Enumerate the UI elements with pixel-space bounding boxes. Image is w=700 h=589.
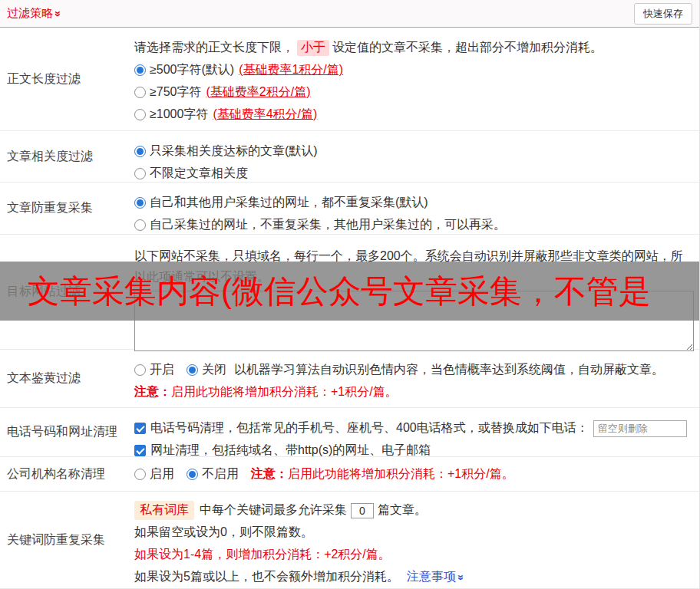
option-label: 启用 bbox=[150, 466, 174, 482]
notice-link[interactable]: 注意事项 bbox=[407, 569, 456, 585]
section-label: 目标网站过滤 bbox=[0, 235, 134, 349]
option-label: ≥1000字符 bbox=[150, 107, 208, 123]
option-label: 不启用 bbox=[202, 466, 239, 482]
option-label: ≥750字符 bbox=[150, 84, 201, 100]
body-length-intro: 请选择需求的正文长度下限， 小于 设定值的文章不采集，超出部分不增加积分消耗。 bbox=[134, 37, 694, 59]
note-prefix: 注意： bbox=[134, 384, 171, 400]
checkbox-checked-icon bbox=[134, 445, 146, 456]
private-lexicon-badge: 私有词库 bbox=[134, 501, 194, 520]
keyword-rule-1-4: 如果设为1-4篇，则增加积分消耗：+2积分/篇。 bbox=[134, 544, 694, 566]
keyword-limit-text-end: 篇文章。 bbox=[378, 502, 427, 518]
checkbox-checked-icon bbox=[134, 423, 146, 434]
section-body-length: 正文长度过滤 请选择需求的正文长度下限， 小于 设定值的文章不采集，超出部分不增… bbox=[0, 28, 699, 131]
radio-checked-icon bbox=[187, 364, 198, 376]
option-label: 自己采集过的网址，不重复采集，其他用户采集过的，可以再采。 bbox=[150, 217, 506, 233]
option-label: 开启 bbox=[150, 362, 174, 378]
quick-save-button[interactable]: 快速保存 bbox=[634, 3, 692, 25]
option-label: 只采集相关度达标的文章(默认) bbox=[150, 143, 318, 160]
radio-icon bbox=[134, 364, 146, 376]
radio-option-1000-chars[interactable]: ≥1000字符 (基础费率4积分/篇) bbox=[134, 104, 694, 126]
option-rate-note: (基础费率2积分/篇) bbox=[206, 84, 310, 100]
checkbox-phone-cleaning[interactable]: 电话号码清理，包括常见的手机号、座机号、400电话格式，或替换成如下电话： bbox=[134, 420, 589, 436]
radio-option-relevance-required[interactable]: 只采集相关度达标的文章(默认) bbox=[134, 140, 694, 163]
target-site-description: 以下网站不采集，只填域名，每行一个，最多200个。系统会自动识别并屏蔽那些非文章… bbox=[134, 245, 694, 287]
checkbox-label: 电话号码清理，包括常见的手机号、座机号、400电话格式，或替换成如下电话： bbox=[150, 420, 589, 436]
radio-option-dedup-all-users[interactable]: 自己和其他用户采集过的网址，都不重复采集(默认) bbox=[134, 192, 694, 214]
radio-option-porn-on[interactable]: 开启 bbox=[134, 362, 174, 378]
section-label: 电话号码和网址清理 bbox=[0, 408, 134, 456]
option-label: 自己和其他用户采集过的网址，都不重复采集(默认) bbox=[150, 195, 428, 211]
section-phone-url: 电话号码和网址清理 电话号码清理，包括常见的手机号、座机号、400电话格式，或替… bbox=[0, 408, 699, 457]
option-label: ≥500字符(默认) bbox=[150, 62, 234, 78]
checkbox-label: 网址清理，包括纯域名、带http(s)的网址、电子邮箱 bbox=[150, 443, 431, 459]
section-label: 正文长度过滤 bbox=[0, 28, 134, 130]
radio-option-company-off[interactable]: 不启用 bbox=[187, 466, 239, 482]
porn-filter-cost-note: 注意： 启用此功能将增加积分消耗：+1积分/篇。 bbox=[134, 381, 694, 403]
option-rate-note: (基础费率4积分/篇) bbox=[213, 107, 317, 123]
section-porn-filter: 文本鉴黄过滤 开启 关闭 以机器学习算法自动识别色情内容，当色情概率达到系统阈值… bbox=[0, 350, 699, 408]
radio-option-500-chars[interactable]: ≥500字符(默认) (基础费率1积分/篇) bbox=[134, 59, 694, 81]
blocked-sites-textarea[interactable] bbox=[134, 291, 694, 351]
section-dedup: 文章防重复采集 自己和其他用户采集过的网址，都不重复采集(默认) 自己采集过的网… bbox=[0, 183, 699, 235]
radio-option-dedup-self-only[interactable]: 自己采集过的网址，不重复采集，其他用户采集过的，可以再采。 bbox=[134, 214, 694, 236]
intro-text-pre: 请选择需求的正文长度下限， bbox=[134, 40, 294, 56]
intro-text-post: 设定值的文章不采集，超出部分不增加积分消耗。 bbox=[332, 40, 603, 56]
section-keyword-dedup: 关键词防重复采集 私有词库 中每个关键词最多允许采集 篇文章。 如果留空或设为0… bbox=[0, 492, 699, 589]
section-label: 文本鉴黄过滤 bbox=[0, 350, 134, 407]
page-title: 过滤策略 bbox=[7, 6, 53, 21]
radio-option-relevance-any[interactable]: 不限定文章相关度 bbox=[134, 163, 694, 185]
option-label: 关闭 bbox=[202, 362, 226, 378]
header-bar: 过滤策略 » 快速保存 bbox=[0, 0, 699, 28]
radio-checked-icon bbox=[134, 146, 146, 157]
section-relevance: 文章相关度过滤 只采集相关度达标的文章(默认) 不限定文章相关度 bbox=[0, 131, 699, 183]
option-rate-note: (基础费率1积分/篇) bbox=[239, 62, 343, 78]
note-text: 启用此功能将增加积分消耗：+1积分/篇。 bbox=[171, 384, 398, 400]
radio-option-porn-off[interactable]: 关闭 bbox=[187, 362, 226, 378]
checkbox-url-cleaning[interactable]: 网址清理，包括纯域名、带http(s)的网址、电子邮箱 bbox=[134, 443, 431, 459]
radio-icon bbox=[134, 168, 146, 179]
replacement-phone-input[interactable] bbox=[593, 420, 687, 437]
radio-icon bbox=[134, 219, 146, 231]
note-prefix: 注意： bbox=[251, 466, 288, 482]
section-label: 文章防重复采集 bbox=[0, 183, 134, 234]
radio-icon bbox=[134, 469, 146, 480]
radio-checked-icon bbox=[187, 469, 198, 480]
radio-icon bbox=[134, 87, 146, 98]
section-label: 文章相关度过滤 bbox=[0, 131, 134, 182]
section-company-clean: 公司机构名称清理 启用 不启用 注意： 启用此功能将增加积分消耗：+1积分/篇。 bbox=[0, 457, 699, 492]
radio-option-company-on[interactable]: 启用 bbox=[134, 466, 174, 482]
option-label: 不限定文章相关度 bbox=[150, 166, 248, 182]
keyword-limit-input[interactable] bbox=[351, 503, 374, 518]
section-title-toggle[interactable]: 过滤策略 » bbox=[7, 6, 61, 21]
chevron-down-icon: » bbox=[53, 11, 64, 17]
keyword-rule-zero: 如果留空或设为0，则不限篇数。 bbox=[134, 522, 694, 544]
keyword-rule-5plus: 如果设为5篇或以上，也不会额外增加积分消耗。 bbox=[134, 569, 399, 585]
note-text: 启用此功能将增加积分消耗：+1积分/篇。 bbox=[288, 466, 514, 482]
section-label: 关键词防重复采集 bbox=[0, 492, 134, 588]
section-target-site: 目标网站过滤 以下网站不采集，只填域名，每行一个，最多200个。系统会自动识别并… bbox=[0, 235, 699, 350]
less-than-highlight: 小于 bbox=[297, 40, 329, 56]
radio-icon bbox=[134, 109, 146, 120]
radio-checked-icon bbox=[134, 197, 146, 209]
radio-checked-icon bbox=[134, 64, 146, 76]
chevron-down-icon: » bbox=[456, 574, 467, 581]
keyword-limit-text: 中每个关键词最多允许采集 bbox=[200, 502, 347, 518]
porn-filter-description: 以机器学习算法自动识别色情内容，当色情概率达到系统阈值，自动屏蔽文章。 bbox=[234, 362, 664, 378]
section-label: 公司机构名称清理 bbox=[0, 457, 134, 491]
radio-option-750-chars[interactable]: ≥750字符 (基础费率2积分/篇) bbox=[134, 81, 694, 104]
filter-strategy-page: 过滤策略 » 快速保存 正文长度过滤 请选择需求的正文长度下限， 小于 设定值的… bbox=[0, 0, 700, 589]
